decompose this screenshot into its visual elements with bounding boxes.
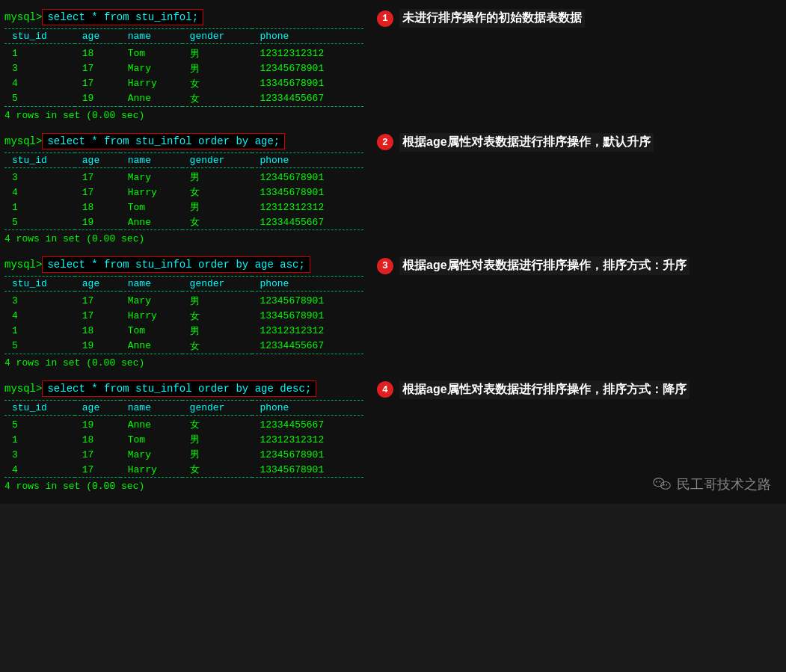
- table-row: 417Harry女13345678901: [4, 309, 363, 324]
- cell-0-1: 18: [75, 46, 120, 61]
- cell-3-4: 13345678901: [252, 462, 363, 478]
- col-header-phone: phone: [252, 29, 363, 44]
- table-row: 317Mary男12345678901: [4, 447, 363, 462]
- cell-2-0: 4: [4, 76, 75, 91]
- cell-3-1: 17: [75, 462, 120, 478]
- col-header-gender: gender: [182, 29, 253, 44]
- terminal-container: mysql> select * from stu_infol;stu_idage…: [0, 0, 786, 504]
- col-header-age: age: [75, 29, 120, 44]
- cell-1-3: 男: [182, 61, 253, 76]
- cell-2-1: 18: [75, 324, 120, 339]
- cell-3-2: Anne: [120, 215, 182, 230]
- col-header-gender: gender: [182, 277, 253, 292]
- badge-2: 2: [377, 134, 393, 150]
- col-header-phone: phone: [252, 277, 363, 292]
- prompt-line-3: mysql> select * from stu_infol order by …: [0, 255, 366, 274]
- cell-2-3: 男: [182, 200, 253, 215]
- watermark: 民工哥技术之路: [651, 474, 771, 495]
- table-row: 317Mary男12345678901: [4, 170, 363, 185]
- prompt-line-1: mysql> select * from stu_infol;: [0, 7, 366, 27]
- prompt-3: mysql>: [4, 259, 42, 271]
- cell-2-0: 1: [4, 200, 75, 215]
- sql-box-1: select * from stu_infol;: [42, 9, 203, 25]
- cell-2-2: Tom: [120, 324, 182, 339]
- cell-1-3: 女: [182, 309, 253, 324]
- annotation-4: 4根据age属性对表数据进行排序操作，排序方式：降序: [366, 379, 786, 399]
- cell-2-3: 男: [182, 447, 253, 462]
- cell-1-0: 3: [4, 61, 75, 76]
- cell-2-2: Tom: [120, 200, 182, 215]
- col-header-phone: phone: [252, 400, 363, 415]
- cell-0-3: 男: [182, 46, 253, 61]
- cell-0-0: 3: [4, 294, 75, 309]
- sql-box-2: select * from stu_infol order by age;: [42, 133, 285, 149]
- svg-point-1: [656, 481, 657, 482]
- col-header-name: name: [120, 400, 182, 415]
- rows-info-1: 4 rows in set (0.00 sec): [0, 107, 366, 123]
- col-header-stu_id: stu_id: [4, 152, 75, 167]
- col-header-age: age: [75, 152, 120, 167]
- cell-2-2: Harry: [120, 76, 182, 91]
- cell-3-2: Anne: [120, 91, 182, 107]
- prompt-1: mysql>: [4, 11, 42, 23]
- section-3: mysql> select * from stu_infol order by …: [0, 255, 786, 370]
- cell-2-1: 18: [75, 200, 120, 215]
- cell-0-4: 12312312312: [252, 46, 363, 61]
- cell-1-2: Tom: [120, 432, 182, 447]
- cell-0-0: 1: [4, 46, 75, 61]
- cell-0-1: 17: [75, 170, 120, 185]
- cell-3-4: 12334455667: [252, 215, 363, 230]
- cell-2-3: 男: [182, 324, 253, 339]
- cell-0-4: 12345678901: [252, 294, 363, 309]
- cell-2-1: 17: [75, 76, 120, 91]
- cell-3-4: 12334455667: [252, 339, 363, 354]
- cell-0-4: 12345678901: [252, 170, 363, 185]
- cell-2-4: 12345678901: [252, 447, 363, 462]
- cell-0-1: 19: [75, 417, 120, 432]
- col-header-gender: gender: [182, 400, 253, 415]
- cell-0-3: 男: [182, 170, 253, 185]
- col-header-name: name: [120, 277, 182, 292]
- cell-2-0: 1: [4, 324, 75, 339]
- table-row: 417Harry女13345678901: [4, 76, 363, 91]
- cell-3-1: 19: [75, 91, 120, 107]
- svg-point-4: [663, 484, 665, 486]
- cell-1-3: 男: [182, 432, 253, 447]
- annotation-3: 3根据age属性对表数据进行排序操作，排序方式：升序: [366, 255, 786, 275]
- col-header-age: age: [75, 400, 120, 415]
- cell-1-1: 17: [75, 185, 120, 200]
- col-header-name: name: [120, 152, 182, 167]
- col-header-name: name: [120, 29, 182, 44]
- watermark-text: 民工哥技术之路: [677, 475, 771, 493]
- section-2: mysql> select * from stu_infol order by …: [0, 132, 786, 247]
- cell-1-4: 12312312312: [252, 432, 363, 447]
- table-row: 317Mary男12345678901: [4, 61, 363, 76]
- sql-box-4: select * from stu_infol order by age des…: [42, 380, 316, 397]
- badge-3: 3: [377, 258, 393, 274]
- table-row: 519Anne女12334455667: [4, 215, 363, 230]
- cell-0-1: 17: [75, 294, 120, 309]
- col-header-phone: phone: [252, 152, 363, 167]
- table-row: 317Mary男12345678901: [4, 294, 363, 309]
- col-header-stu_id: stu_id: [4, 277, 75, 292]
- cell-3-0: 5: [4, 215, 75, 230]
- table-row: 519Anne女12334455667: [4, 339, 363, 354]
- cell-3-3: 女: [182, 339, 253, 354]
- table-row: 519Anne女12334455667: [4, 91, 363, 107]
- col-header-gender: gender: [182, 152, 253, 167]
- table-row: 519Anne女12334455667: [4, 417, 363, 432]
- cell-1-4: 12345678901: [252, 61, 363, 76]
- cell-0-3: 女: [182, 417, 253, 432]
- annotation-text-4: 根据age属性对表数据进行排序操作，排序方式：降序: [399, 380, 690, 399]
- cell-3-3: 女: [182, 462, 253, 478]
- cell-1-1: 18: [75, 432, 120, 447]
- table-row: 118Tom男12312312312: [4, 200, 363, 215]
- section-1: mysql> select * from stu_infol;stu_idage…: [0, 7, 786, 123]
- cell-3-2: Harry: [120, 462, 182, 478]
- cell-1-4: 13345678901: [252, 309, 363, 324]
- cell-3-2: Anne: [120, 339, 182, 354]
- col-header-stu_id: stu_id: [4, 400, 75, 415]
- table-row: 118Tom男12312312312: [4, 46, 363, 61]
- cell-1-1: 17: [75, 309, 120, 324]
- table-row: 118Tom男12312312312: [4, 324, 363, 339]
